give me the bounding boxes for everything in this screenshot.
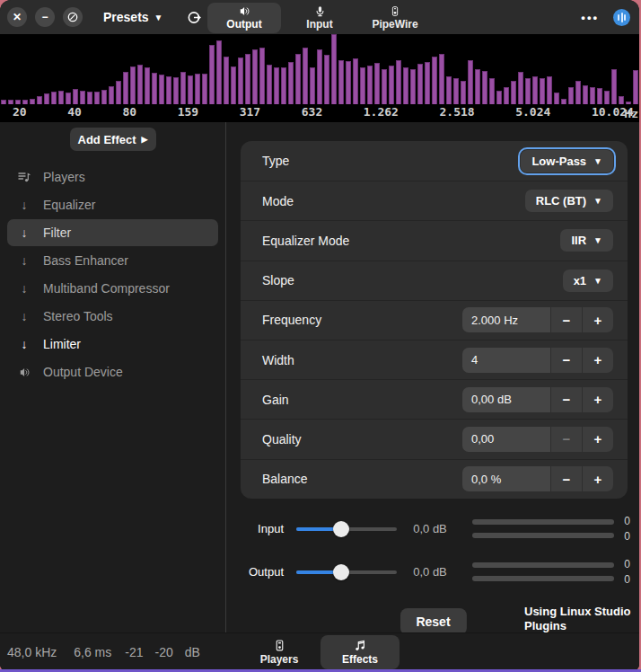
plus-button[interactable]: + [582,348,613,373]
settings-card: Type Low-Pass ▼ Mode RLC (BT) ▼ Equalize… [241,141,628,499]
input-gain-slider[interactable] [296,521,397,537]
sidebar-item-equalizer[interactable]: ↓ Equalizer [7,191,218,218]
sidebar-item-players[interactable]: Players [7,164,218,190]
chevron-down-icon: ▼ [593,276,602,286]
equalizer-mode-dropdown[interactable]: IIR ▼ [560,229,613,252]
tab-output[interactable]: Output [207,3,281,33]
statusbar: 48,0 kHz 6,6 ms -21 -20 dB Players [0,632,639,670]
speaker-icon [238,5,251,17]
spectrum-tick-label: 40 [67,105,82,121]
width-spinbox: 4 − + [462,348,613,373]
minus-button[interactable]: − [550,348,582,373]
spectrum-tick-label: 632 [302,105,322,121]
headerbar: ✕ − Presets ▼ Output [0,0,639,34]
row-label: Equalizer Mode [262,234,349,248]
bypass-button[interactable] [183,6,206,29]
spectrum-bars [1,34,639,104]
music-note-icon [354,639,366,652]
sample-rate: 48,0 kHz [7,645,57,659]
tab-players[interactable]: Players [240,635,319,669]
output-meter-values: 0 0 [614,558,632,586]
spectrum-unit-label: Hz [624,107,638,120]
tab-pipewire[interactable]: PipeWire [358,3,432,33]
easyeffects-window: ✕ − Presets ▼ Output [0,0,639,670]
setting-row-quality: Quality 0,00 − + [241,419,628,458]
quality-input[interactable]: 0,00 [462,427,550,452]
input-label: Input [241,522,284,535]
minus-button[interactable]: − [550,466,582,491]
tab-effects[interactable]: Effects [320,635,400,669]
output-gain-slider[interactable] [296,564,397,580]
circle-slash-icon [66,11,79,23]
setting-row-equalizer-mode: Equalizer Mode IIR ▼ [241,220,628,260]
quality-spinbox: 0,00 − + [462,427,613,452]
minus-button[interactable]: − [550,387,582,412]
add-effect-button[interactable]: Add Effect ▶ [70,128,156,151]
plus-button[interactable]: + [582,427,613,452]
minimize-icon[interactable]: − [35,7,55,27]
type-dropdown[interactable]: Low-Pass ▼ [521,150,613,172]
row-label: Frequency [262,313,321,327]
balance-input[interactable]: 0,0 % [462,466,550,491]
close-icon[interactable]: ✕ [7,7,27,27]
meter-value: 0 [624,573,630,586]
arrow-down-icon: ↓ [16,309,32,323]
tab-players-label: Players [260,653,299,666]
sidebar-item-multiband-compressor[interactable]: ↓ Multiband Compressor [7,275,218,302]
output-level-row: Output 0,0 dB 0 0 [241,556,632,588]
spectrum-tick-label: 80 [122,105,136,121]
sidebar-item-label: Output Device [43,365,123,379]
chevron-down-icon: ▼ [593,235,602,245]
menu-icon[interactable]: ••• [581,11,599,24]
slope-dropdown[interactable]: x1 ▼ [563,270,613,292]
plugin-package-note: Using Linux Studio Plugins [524,605,634,634]
setting-row-slope: Slope x1 ▼ [241,261,628,300]
sidebar-item-limiter[interactable]: ↓ Limiter [7,331,218,358]
frequency-spinbox: 2.000 Hz − + [462,307,613,332]
tab-input[interactable]: Input [283,3,356,33]
minus-button[interactable]: − [550,307,582,332]
sidebar-item-output-device[interactable]: Output Device [7,358,218,385]
level-right: -20 [155,645,173,659]
sidebar-item-label: Stereo Tools [43,309,113,323]
view-tabs: Players Effects [240,633,400,670]
output-gain-value: 0,0 dB [400,565,460,579]
maximize-icon[interactable] [63,7,83,27]
plus-button[interactable]: + [582,307,613,332]
row-label: Mode [262,194,294,208]
easyeffects-app-icon[interactable] [613,9,630,26]
filter-settings-panel: Type Low-Pass ▼ Mode RLC (BT) ▼ Equalize… [227,122,639,632]
arrow-down-icon: ↓ [16,337,32,351]
presets-menu-button[interactable]: Presets ▼ [98,6,169,28]
sidebar-item-label: Equalizer [43,198,95,212]
latency: 6,6 ms [74,645,111,659]
tab-output-label: Output [226,18,261,31]
meter-bar [472,533,614,538]
meter-bar [472,519,614,525]
sidebar-item-filter[interactable]: ↓ Filter [7,219,218,246]
row-label: Gain [262,393,289,407]
tab-pipewire-label: PipeWire [372,18,417,31]
speaker-icon [16,367,32,378]
mode-dropdown[interactable]: RLC (BT) ▼ [525,190,613,212]
plus-button[interactable]: + [582,466,613,491]
arrow-down-icon: ↓ [16,198,32,212]
gain-input[interactable]: 0,00 dB [462,387,550,412]
sidebar-item-label: Filter [43,225,71,240]
frequency-input[interactable]: 2.000 Hz [462,307,550,332]
plus-button[interactable]: + [582,387,613,412]
width-input[interactable]: 4 [462,348,550,373]
setting-row-frequency: Frequency 2.000 Hz − + [241,300,628,340]
minus-button[interactable]: − [550,427,582,452]
sidebar-item-bass-enhancer[interactable]: ↓ Bass Enhancer [7,247,218,274]
meter-value: 0 [624,558,630,570]
meter-value: 0 [624,530,630,543]
setting-row-mode: Mode RLC (BT) ▼ [241,181,628,220]
setting-row-gain: Gain 0,00 dB − + [241,379,628,419]
input-level-meters [472,519,614,538]
reset-button[interactable]: Reset [400,608,466,635]
arrow-down-icon: ↓ [16,253,32,268]
input-level-row: Input 0,0 dB 0 0 [241,513,632,545]
sidebar-item-stereo-tools[interactable]: ↓ Stereo Tools [7,303,218,330]
sidebar-item-label: Multiband Compressor [43,281,170,296]
